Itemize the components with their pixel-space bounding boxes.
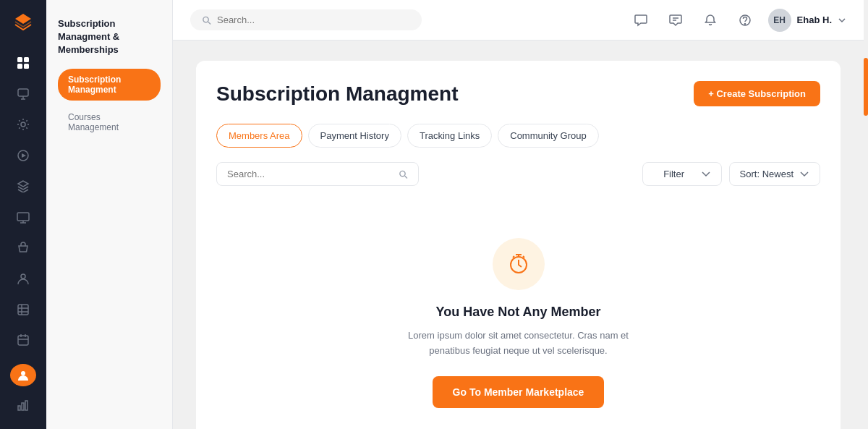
- empty-title: You Have Not Any Member: [435, 305, 600, 320]
- empty-description: Lorem ipsum dolor sit amet consectetur. …: [396, 328, 642, 359]
- user-name: Ehab H.: [797, 14, 832, 25]
- user-bottom-icon[interactable]: [10, 364, 36, 386]
- topbar: EH Ehab H.: [173, 0, 864, 41]
- empty-state: You Have Not Any Member Lorem ipsum dolo…: [216, 209, 820, 429]
- timer-icon: [507, 252, 530, 276]
- avatar: EH: [768, 9, 791, 32]
- sort-chevron-icon: [799, 169, 809, 179]
- tab-members-area[interactable]: Members Area: [216, 124, 302, 148]
- svg-rect-2: [17, 64, 22, 69]
- svg-point-22: [21, 371, 25, 375]
- search-icon: [202, 15, 211, 25]
- content-search-input[interactable]: [227, 169, 393, 179]
- content-search-icon: [399, 169, 408, 179]
- left-panel: Subscription Managment & Memberships Sub…: [46, 0, 173, 429]
- svg-point-32: [400, 171, 405, 176]
- bag-icon[interactable]: [9, 235, 38, 260]
- person-icon[interactable]: [9, 266, 38, 292]
- content: Subscription Managment + Create Subscrip…: [173, 41, 864, 429]
- svg-point-13: [21, 274, 25, 279]
- svg-rect-4: [18, 89, 28, 96]
- main-area: EH Ehab H. Subscription Managment + Crea…: [173, 0, 864, 429]
- tab-tracking-links[interactable]: Tracking Links: [407, 124, 492, 148]
- svg-point-26: [203, 17, 208, 22]
- svg-rect-23: [18, 406, 20, 410]
- scroll-indicator: [864, 0, 868, 429]
- monitor-icon[interactable]: [9, 82, 38, 107]
- svg-rect-18: [18, 336, 28, 345]
- bell-icon[interactable]: [699, 9, 722, 32]
- content-card: Subscription Managment + Create Subscrip…: [196, 61, 841, 429]
- svg-rect-0: [17, 57, 22, 62]
- user-info[interactable]: EH Ehab H.: [768, 9, 846, 32]
- svg-line-33: [405, 176, 407, 178]
- scroll-thumb[interactable]: [864, 58, 868, 116]
- calendar-icon[interactable]: [9, 328, 38, 353]
- stats-icon[interactable]: [9, 392, 38, 417]
- filter-chevron-icon: [701, 169, 711, 179]
- help-icon[interactable]: [733, 9, 757, 32]
- nav-item-subscription[interactable]: Subscription Managment: [58, 69, 161, 101]
- logo: [13, 12, 33, 36]
- svg-line-27: [208, 22, 210, 24]
- search-filter-row: Filter Sort: Newest: [216, 162, 820, 186]
- go-to-marketplace-button[interactable]: Go To Member Marketplace: [433, 376, 605, 408]
- message-icon[interactable]: [629, 9, 652, 32]
- empty-icon-circle: [493, 238, 545, 290]
- svg-point-31: [744, 23, 745, 24]
- table-icon[interactable]: [9, 297, 38, 322]
- chevron-down-icon: [838, 16, 846, 25]
- svg-rect-3: [24, 64, 29, 69]
- chat-icon[interactable]: [664, 9, 687, 32]
- gear-icon[interactable]: [9, 112, 38, 137]
- topbar-right: EH Ehab H.: [629, 9, 846, 32]
- svg-rect-24: [22, 403, 24, 410]
- svg-rect-14: [18, 305, 28, 315]
- dashboard-icon[interactable]: [9, 51, 38, 76]
- play-icon[interactable]: [9, 143, 38, 169]
- svg-rect-25: [25, 401, 27, 410]
- desktop-icon[interactable]: [9, 205, 38, 230]
- page-title: Subscription Managment: [216, 82, 458, 106]
- content-search[interactable]: [216, 162, 419, 186]
- filter-dropdown[interactable]: Filter: [642, 162, 722, 186]
- left-panel-title: Subscription Managment & Memberships: [58, 17, 161, 57]
- svg-rect-10: [17, 213, 29, 221]
- tab-payment-history[interactable]: Payment History: [308, 124, 401, 148]
- create-subscription-button[interactable]: + Create Subscription: [694, 81, 820, 106]
- content-header: Subscription Managment + Create Subscrip…: [216, 81, 820, 106]
- layers-icon[interactable]: [9, 174, 38, 199]
- filter-sort-row: Filter Sort: Newest: [642, 162, 820, 186]
- svg-marker-9: [22, 153, 26, 158]
- svg-point-7: [21, 122, 25, 127]
- sort-dropdown[interactable]: Sort: Newest: [729, 162, 820, 186]
- sidebar: [0, 0, 46, 429]
- search-input[interactable]: [217, 14, 410, 25]
- search-box[interactable]: [190, 9, 422, 30]
- nav-item-courses[interactable]: Courses Management: [58, 106, 161, 138]
- tabs: Members Area Payment History Tracking Li…: [216, 124, 820, 148]
- tab-community-group[interactable]: Community Group: [498, 124, 598, 148]
- svg-rect-1: [24, 57, 29, 62]
